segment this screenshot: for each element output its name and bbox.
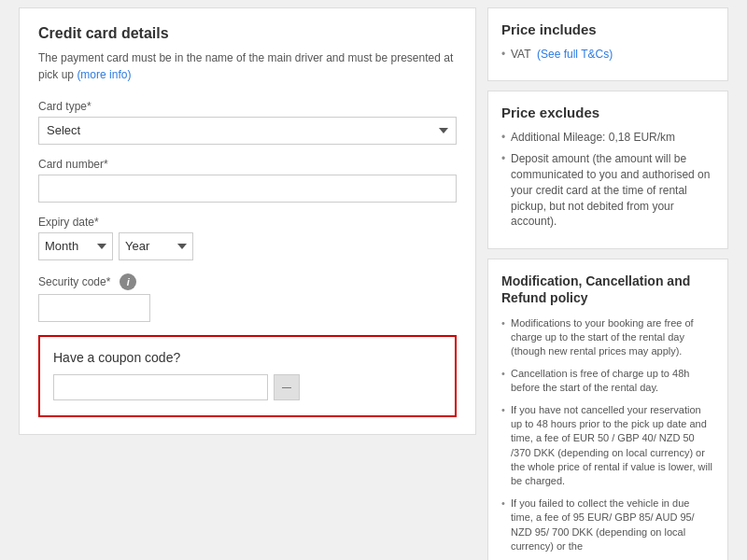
coupon-apply-button[interactable]: — <box>274 374 300 400</box>
card-type-select[interactable]: Select Visa Mastercard American Express <box>38 117 457 145</box>
price-includes-title: Price includes <box>501 21 714 37</box>
policy-item-1: Modifications to your booking are free o… <box>501 316 714 359</box>
security-code-label: Security code* i <box>38 273 457 290</box>
policy-item-2: Cancellation is free of charge up to 48h… <box>501 367 714 396</box>
excludes-item-2: Deposit amount (the amount will be commu… <box>501 151 714 230</box>
credit-card-panel: Credit card details The payment card mus… <box>19 7 476 435</box>
expiry-month-select[interactable]: Month 01 02 03 04 05 06 07 08 09 10 11 1… <box>38 232 113 260</box>
policy-title: Modification, Cancellation and Refund po… <box>501 273 714 306</box>
coupon-title: Have a coupon code? <box>53 350 442 365</box>
security-code-input[interactable] <box>38 294 150 322</box>
coupon-section: Have a coupon code? — <box>38 335 457 417</box>
card-type-label: Card type* <box>38 100 457 113</box>
card-number-group: Card number* <box>38 158 457 203</box>
panel-title: Credit card details <box>38 25 457 42</box>
policy-item-3: If you have not cancelled your reservati… <box>501 403 714 489</box>
card-number-label: Card number* <box>38 158 457 171</box>
right-panel: Price includes VAT (See full T&Cs) Price… <box>487 7 728 560</box>
security-info-icon[interactable]: i <box>120 273 136 290</box>
card-type-group: Card type* Select Visa Mastercard Americ… <box>38 100 457 145</box>
vat-link[interactable]: (See full T&Cs) <box>537 48 613 61</box>
expiry-year-select[interactable]: Year 2024 2025 2026 2027 2028 <box>119 232 193 260</box>
coupon-input[interactable] <box>53 374 268 400</box>
excludes-item-1: Additional Mileage: 0,18 EUR/km <box>501 130 714 146</box>
expiry-group: Expiry date* Month 01 02 03 04 05 06 07 … <box>38 216 457 260</box>
panel-subtitle: The payment card must be in the name of … <box>38 49 457 83</box>
coupon-apply-icon: — <box>282 382 291 392</box>
security-code-group: Security code* i <box>38 273 457 322</box>
expiry-label: Expiry date* <box>38 216 457 229</box>
policy-item-4: If you failed to collect the vehicle in … <box>501 497 714 554</box>
policy-section: Modification, Cancellation and Refund po… <box>487 259 728 560</box>
expiry-row: Month 01 02 03 04 05 06 07 08 09 10 11 1… <box>38 232 457 260</box>
vat-item: VAT (See full T&Cs) <box>501 47 714 63</box>
card-number-input[interactable] <box>38 175 457 203</box>
coupon-input-row: — <box>53 374 442 400</box>
security-row <box>38 294 457 322</box>
price-excludes-title: Price excludes <box>501 105 714 120</box>
more-info-link[interactable]: (more info) <box>77 68 131 81</box>
price-excludes-section: Price excludes Additional Mileage: 0,18 … <box>487 91 728 249</box>
price-includes-section: Price includes VAT (See full T&Cs) <box>487 7 728 82</box>
